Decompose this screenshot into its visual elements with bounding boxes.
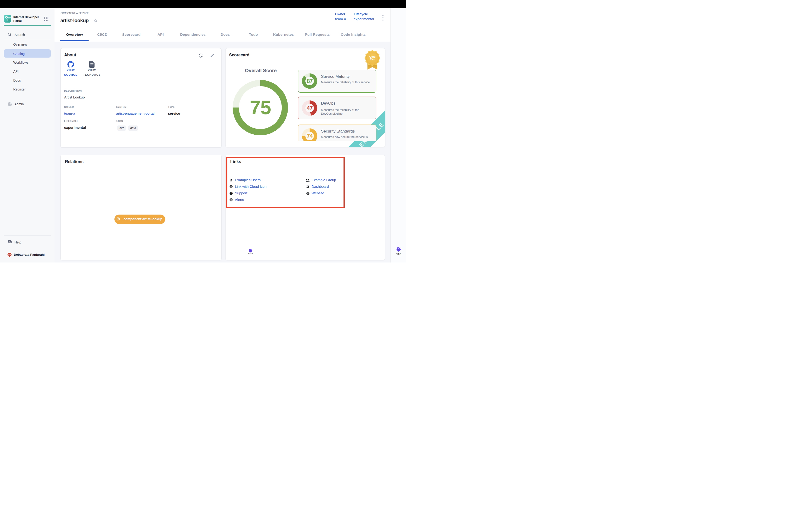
svg-text:Gold: Gold <box>369 55 375 58</box>
svg-text:?: ? <box>9 240 10 242</box>
svg-text:Tier: Tier <box>370 58 375 61</box>
